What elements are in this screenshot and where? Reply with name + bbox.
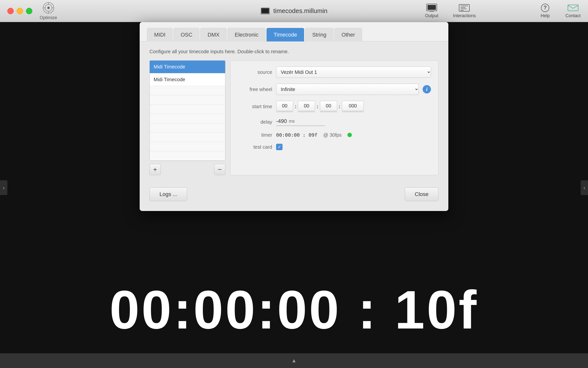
testcard-checkbox[interactable]: ✓: [276, 144, 282, 150]
sec-input-wrapper: [320, 101, 337, 112]
svg-text:?: ?: [543, 4, 547, 11]
ms-slider: [342, 111, 364, 112]
modal-body: Configure all your timecode inputs here.…: [140, 41, 448, 183]
tab-other[interactable]: Other: [334, 28, 362, 41]
svg-rect-20: [568, 5, 578, 11]
source-select[interactable]: Vezér Midi Out 1: [276, 66, 431, 78]
app-icon: [260, 6, 270, 16]
delay-label: delay: [238, 119, 272, 125]
list-empty-3: [150, 114, 225, 123]
left-collapse-arrow[interactable]: ›: [0, 180, 7, 195]
interactions-label: Interactions: [453, 13, 476, 18]
testcard-label: test card: [238, 144, 272, 150]
tab-midi[interactable]: MIDI: [147, 28, 172, 41]
ms-input-wrapper: [342, 101, 364, 112]
list-container: Midi Timecode Midi Timecode: [149, 60, 225, 161]
modal-content: Midi Timecode Midi Timecode + −: [149, 60, 439, 175]
add-timecode-button[interactable]: +: [149, 164, 161, 175]
right-toolbar-items: Output Interactions ? Help: [418, 0, 588, 22]
logs-button[interactable]: Logs ...: [149, 187, 187, 201]
tab-bar: MIDI OSC DMX Electronic Timecode String …: [140, 22, 448, 41]
timecode-config: source Vezér Midi Out 1 free wheel Infin…: [230, 60, 439, 175]
freewheel-select[interactable]: Infinite: [276, 84, 419, 95]
remove-timecode-button[interactable]: −: [214, 164, 225, 175]
bottom-chevron-icon[interactable]: ▲: [291, 357, 297, 364]
source-label: source: [238, 69, 272, 75]
delay-value: -490: [276, 118, 287, 124]
tab-string[interactable]: String: [305, 28, 333, 41]
svg-rect-11: [428, 5, 436, 10]
sec-input[interactable]: [320, 101, 337, 111]
right-collapse-arrow[interactable]: ‹: [581, 180, 588, 195]
min-input-wrapper: [298, 101, 315, 112]
contact-icon: [567, 3, 579, 12]
delay-slider[interactable]: [276, 125, 325, 126]
minimize-button[interactable]: [17, 8, 23, 14]
optimize-button[interactable]: Optimize: [40, 1, 57, 20]
sec-slider: [320, 111, 337, 112]
svg-line-22: [573, 5, 578, 8]
info-button[interactable]: i: [423, 85, 431, 93]
list-buttons: + −: [149, 164, 225, 175]
modal-footer: Logs ... Close: [140, 187, 448, 201]
starttime-label: start time: [238, 104, 272, 109]
window-title: timecodes.millumin: [273, 7, 327, 15]
modal-description: Configure all your timecode inputs here.…: [149, 49, 439, 54]
svg-rect-12: [429, 11, 434, 12]
list-item-0[interactable]: Midi Timecode: [150, 61, 225, 73]
delay-value-row: -490 ms: [276, 118, 325, 124]
timecode-display: 00:00:00 : 10f: [0, 279, 588, 341]
timecode-list: Midi Timecode Midi Timecode + −: [149, 60, 225, 175]
output-icon: [426, 3, 437, 12]
output-label: Output: [425, 13, 438, 18]
svg-line-21: [568, 5, 573, 8]
timer-fps: @ 30fps: [323, 132, 342, 138]
timer-value: 00:00:00 : 09f: [276, 132, 318, 138]
interactions-icon: [459, 3, 470, 12]
tab-timecode[interactable]: Timecode: [267, 28, 304, 41]
tab-dmx[interactable]: DMX: [200, 28, 227, 41]
list-item-1[interactable]: Midi Timecode: [150, 73, 225, 86]
list-empty-6: [150, 142, 225, 151]
svg-point-6: [47, 7, 50, 9]
top-toolbar: Optimize timecodes.millumin Output: [0, 0, 588, 22]
help-button[interactable]: ? Help: [532, 0, 558, 22]
tab-osc[interactable]: OSC: [173, 28, 199, 41]
delay-row: delay -490 ms: [238, 118, 431, 126]
list-empty-7: [150, 151, 225, 161]
list-empty-2: [150, 105, 225, 114]
contact-label: Contact: [565, 13, 581, 18]
list-empty-4: [150, 123, 225, 133]
hour-input-wrapper: [276, 101, 293, 112]
close-dialog-button[interactable]: Close: [405, 187, 439, 201]
min-slider: [298, 111, 315, 112]
svg-rect-8: [262, 9, 268, 13]
hour-slider: [276, 111, 293, 112]
list-empty-5: [150, 133, 225, 142]
close-button[interactable]: [7, 8, 14, 14]
list-empty-1: [150, 95, 225, 105]
source-row: source Vezér Midi Out 1: [238, 66, 431, 78]
output-button[interactable]: Output: [418, 0, 446, 22]
freewheel-row: free wheel Infinite i: [238, 84, 431, 95]
hour-input[interactable]: [276, 101, 293, 111]
help-icon: ?: [539, 3, 551, 12]
svg-rect-9: [260, 13, 270, 14]
min-input[interactable]: [298, 101, 315, 111]
help-label: Help: [540, 13, 550, 18]
timecode-dialog: MIDI OSC DMX Electronic Timecode String …: [140, 22, 448, 211]
delay-unit: ms: [289, 119, 295, 124]
contact-button[interactable]: Contact: [558, 0, 588, 22]
starttime-row: start time : :: [238, 101, 431, 112]
timer-status-dot: [347, 133, 352, 137]
tab-electronic[interactable]: Electronic: [228, 28, 266, 41]
window-title-area: timecodes.millumin: [260, 6, 327, 16]
maximize-button[interactable]: [26, 8, 32, 14]
timer-label: timer: [238, 132, 272, 138]
ms-input[interactable]: [342, 101, 364, 111]
delay-control: -490 ms: [276, 118, 325, 126]
interactions-button[interactable]: Interactions: [446, 0, 483, 22]
freewheel-label: free wheel: [238, 87, 272, 92]
traffic-lights: [7, 8, 32, 14]
optimize-icon: [42, 1, 55, 14]
